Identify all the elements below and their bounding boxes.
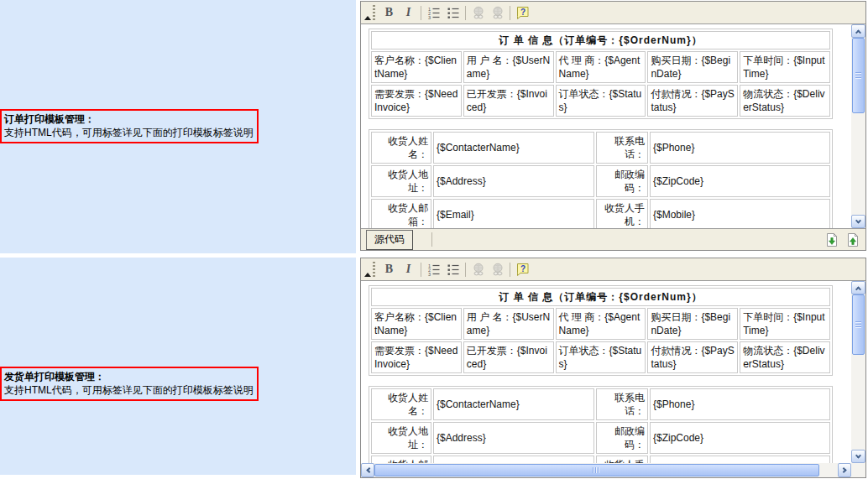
editing-area: 订 单 信 息（订单编号：{$OrderNum}） 客户名称：{$ClientN… [361, 23, 865, 228]
template-cell: 邮政编码： [596, 165, 648, 197]
template-cell: 收货人姓名： [371, 132, 431, 164]
italic-button[interactable]: I [399, 3, 418, 22]
scrollbar-track[interactable] [851, 294, 865, 450]
template-cell: 客户名称：{$ClientName} [371, 308, 462, 340]
template-cell: 订单状态：{$Status} [556, 85, 646, 117]
template-cell: 邮政编码： [596, 422, 648, 454]
page-arrow-down-icon[interactable] [824, 232, 839, 247]
template-cell: 需要发票：{$NeedInvoice} [371, 341, 462, 373]
template-cell: 代 理 商：{$AgentName} [556, 51, 646, 83]
template-cell: 联系电话： [596, 132, 648, 164]
scrollbar-thumb[interactable] [374, 464, 819, 476]
bulleted-list-icon[interactable] [443, 260, 463, 279]
order-template-label-panel: 订单打印模板管理： 支持HTML代码，可用标签详见下面的打印模板标签说明 [0, 0, 356, 253]
template-cell: {$Email} [433, 456, 594, 463]
editor-toolbar: B I 123 ? [361, 258, 865, 280]
editing-area: 订 单 信 息（订单编号：{$OrderNum}） 客户名称：{$ClientN… [361, 280, 865, 463]
contact-info-table: 收货人姓名： {$ContacterName} 联系电话： {$Phone} 收… [369, 386, 833, 463]
template-cell: 收货人手机： [596, 199, 648, 228]
template-cell: {$ContacterName} [433, 388, 594, 420]
template-cell: 购买日期：{$BeginDate} [647, 308, 738, 340]
editor-bottom-bar: 源代码 [361, 228, 865, 250]
bold-button[interactable]: B [379, 3, 399, 22]
bulleted-list-icon[interactable] [443, 3, 463, 22]
template-cell: 订单状态：{$Status} [556, 341, 646, 373]
toolbar-separator [510, 263, 510, 277]
bold-button[interactable]: B [379, 260, 399, 279]
note-description: 支持HTML代码，可用标签详见下面的打印模板标签说明 [4, 383, 254, 397]
template-cell: {$Address} [433, 422, 594, 454]
shipping-template-label-panel: 发货单打印模板管理： 支持HTML代码，可用标签详见下面的打印模板标签说明 [0, 258, 356, 475]
scroll-down-icon[interactable] [851, 215, 865, 228]
note-description: 支持HTML代码，可用标签详见下面的打印模板标签说明 [4, 126, 254, 139]
scroll-right-icon[interactable] [838, 463, 851, 477]
toolbar-separator [465, 6, 466, 20]
bottom-bar-separator [431, 232, 432, 247]
template-cell: 客户名称：{$ClientName} [371, 51, 462, 83]
contact-info-table: 收货人姓名： {$ContacterName} 联系电话： {$Phone} 收… [369, 129, 833, 228]
template-cell: 收货人地址： [371, 165, 431, 197]
help-icon[interactable]: ? [513, 3, 532, 22]
remove-link-icon[interactable] [488, 3, 507, 22]
italic-button[interactable]: I [399, 260, 418, 279]
scrollbar-thumb[interactable] [852, 38, 865, 113]
vertical-scrollbar[interactable] [851, 24, 865, 228]
svg-text:?: ? [520, 263, 526, 273]
template-cell: 用 户 名：{$UserName} [463, 308, 554, 340]
help-icon[interactable]: ? [513, 260, 532, 279]
numbered-list-icon[interactable]: 123 [424, 260, 443, 279]
insert-link-icon[interactable] [468, 260, 488, 279]
order-template-note: 订单打印模板管理： 支持HTML代码，可用标签详见下面的打印模板标签说明 [0, 109, 259, 143]
page: 订单打印模板管理： 支持HTML代码，可用标签详见下面的打印模板标签说明 发货单… [0, 0, 868, 479]
template-cell: 付款情况：{$PayStatus} [647, 85, 738, 117]
horizontal-scrollbar-row [361, 463, 865, 477]
scroll-up-icon[interactable] [851, 24, 865, 38]
template-cell: 收货人邮箱： [371, 456, 431, 463]
template-cell: {$Address} [433, 165, 594, 197]
scroll-down-icon[interactable] [851, 450, 865, 463]
vertical-scrollbar[interactable] [851, 281, 865, 463]
toolbar-grip[interactable] [373, 5, 375, 20]
template-cell: 收货人姓名： [371, 388, 431, 420]
template-cell: 付款情况：{$PayStatus} [647, 341, 738, 373]
template-cell: 购买日期：{$BeginDate} [647, 51, 738, 83]
template-cell: {$ZipCode} [650, 422, 830, 454]
scrollbar-track[interactable] [374, 463, 838, 477]
template-cell: {$Email} [433, 199, 594, 228]
template-cell: 物流状态：{$DeliverStatus} [740, 85, 830, 117]
source-button[interactable]: 源代码 [366, 230, 413, 250]
collapse-toolbar-icon[interactable] [363, 259, 372, 279]
scrollbar-track[interactable] [851, 38, 865, 215]
toolbar-separator [421, 263, 421, 277]
template-cell: 代 理 商：{$AgentName} [556, 308, 646, 340]
scroll-up-icon[interactable] [851, 281, 865, 294]
template-title: 订 单 信 息（订单编号：{$OrderNum}） [371, 31, 830, 49]
shipping-template-note: 发货单打印模板管理： 支持HTML代码，可用标签详见下面的打印模板标签说明 [0, 367, 259, 401]
note-heading: 发货单打印模板管理： [4, 370, 254, 383]
scrollbar-thumb[interactable] [852, 294, 865, 355]
rich-text-content[interactable]: 订 单 信 息（订单编号：{$OrderNum}） 客户名称：{$ClientN… [361, 24, 851, 228]
template-title: 订 单 信 息（订单编号：{$OrderNum}） [371, 288, 830, 306]
svg-text:?: ? [520, 7, 526, 16]
insert-link-icon[interactable] [468, 3, 488, 22]
shipping-template-editor: B I 123 ? 订 单 信 息（订单编号： [360, 258, 866, 478]
collapse-toolbar-icon[interactable] [363, 3, 372, 23]
horizontal-scrollbar[interactable] [361, 463, 851, 477]
template-cell: 已开发票：{$Invoiced} [463, 85, 554, 117]
scroll-left-icon[interactable] [361, 463, 374, 477]
toolbar-separator [510, 6, 510, 20]
remove-link-icon[interactable] [488, 260, 507, 279]
svg-text:3: 3 [428, 15, 431, 20]
toolbar-grip[interactable] [373, 262, 375, 277]
scrollbar-corner [851, 463, 865, 477]
template-cell: {$Mobile} [650, 199, 830, 228]
rich-text-content[interactable]: 订 单 信 息（订单编号：{$OrderNum}） 客户名称：{$ClientN… [361, 281, 851, 463]
numbered-list-icon[interactable]: 123 [424, 3, 443, 22]
order-template-editor: B I 123 ? 订 单 信 息（订单编号： [360, 1, 866, 251]
template-cell: {$Phone} [650, 132, 830, 164]
page-arrow-up-icon[interactable] [845, 232, 860, 247]
template-cell: 收货人邮箱： [371, 199, 431, 228]
order-info-table: 订 单 信 息（订单编号：{$OrderNum}） 客户名称：{$ClientN… [369, 29, 833, 119]
template-cell: 下单时间：{$InputTime} [740, 308, 830, 340]
template-cell: 物流状态：{$DeliverStatus} [740, 341, 830, 373]
